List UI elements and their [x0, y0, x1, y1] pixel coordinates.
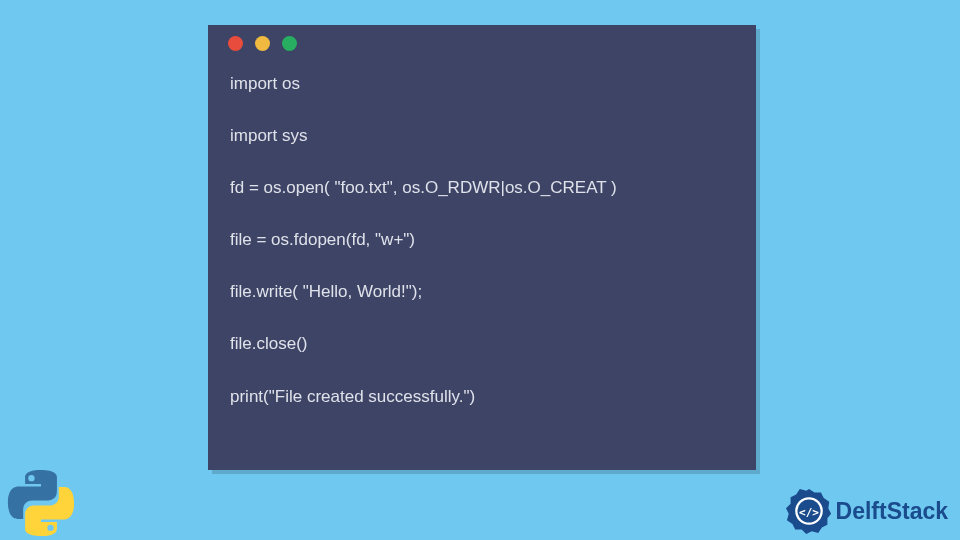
code-body: import os import sys fd = os.open( "foo.…	[208, 61, 756, 426]
code-line: fd = os.open( "foo.txt", os.O_RDWR|os.O_…	[230, 177, 734, 199]
code-line: file.write( "Hello, World!");	[230, 281, 734, 303]
code-line: file = os.fdopen(fd, "w+")	[230, 229, 734, 251]
code-window: import os import sys fd = os.open( "foo.…	[208, 25, 756, 470]
code-line: file.close()	[230, 333, 734, 355]
maximize-dot-icon	[282, 36, 297, 51]
brand-badge-icon: </>	[786, 488, 832, 534]
brand-name: DelftStack	[836, 498, 948, 525]
minimize-dot-icon	[255, 36, 270, 51]
brand: </> DelftStack	[786, 488, 948, 534]
code-line: print("File created successfully.")	[230, 386, 734, 408]
titlebar	[208, 25, 756, 61]
code-line: import os	[230, 73, 734, 95]
svg-text:</>: </>	[799, 506, 819, 519]
close-dot-icon	[228, 36, 243, 51]
code-line: import sys	[230, 125, 734, 147]
python-logo-icon	[6, 468, 76, 538]
